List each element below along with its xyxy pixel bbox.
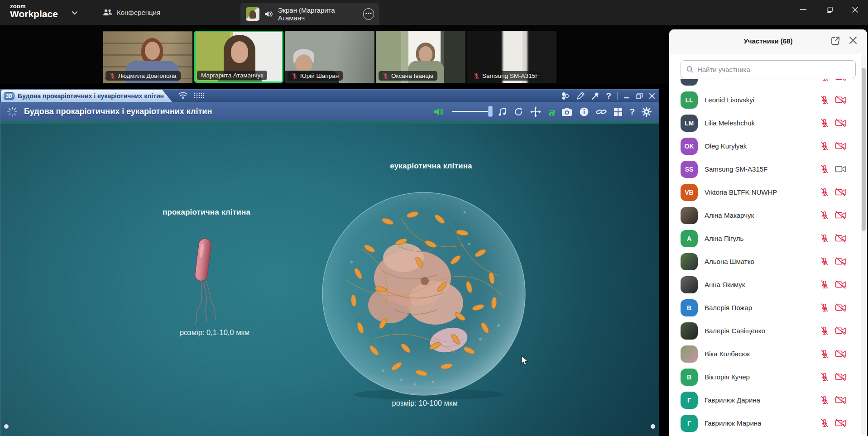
mic-muted-icon[interactable] [820, 118, 829, 128]
participant-name: Вікторія Кучер [705, 373, 750, 381]
brand-line2: Workplace [10, 9, 58, 19]
window-close-button[interactable] [843, 0, 867, 19]
video-off-icon[interactable] [835, 373, 846, 381]
video-off-icon[interactable] [835, 211, 846, 220]
mic-muted-icon[interactable] [820, 211, 829, 220]
prokaryotic-cell-illustration[interactable] [185, 237, 221, 327]
participant-row[interactable]: В Валерія Пожар [669, 296, 860, 319]
participant-row[interactable]: Аліна Макарчук [669, 204, 860, 227]
mic-muted-icon[interactable] [820, 395, 829, 405]
video-off-icon[interactable] [835, 326, 846, 335]
mic-muted-icon[interactable] [820, 303, 829, 312]
mic-muted-icon[interactable] [820, 79, 829, 81]
close-icon[interactable] [849, 36, 857, 44]
participant-row[interactable]: SS Samsung SM-A315F [669, 158, 860, 181]
name-pill: Samsung SM-A315F [470, 71, 543, 81]
window-maximize-button[interactable] [817, 0, 842, 19]
nav-dot-left[interactable] [4, 424, 9, 429]
mic-muted-icon[interactable] [820, 280, 829, 289]
help-icon[interactable]: ? [606, 91, 611, 101]
mic-muted-icon[interactable] [820, 95, 829, 105]
tab-conference[interactable]: Конференция [96, 0, 167, 25]
participant-row[interactable]: Г Гаврилюк Дарина [669, 388, 860, 412]
video-off-icon[interactable] [835, 79, 846, 81]
mic-muted-icon[interactable] [820, 326, 829, 335]
pin-icon[interactable] [591, 91, 600, 101]
video-off-icon[interactable] [835, 119, 846, 127]
video-off-icon[interactable] [835, 96, 846, 104]
music-icon[interactable] [498, 107, 507, 116]
video-tile-oksana[interactable]: Оксана Іванців [376, 31, 465, 83]
spinner-icon [7, 106, 18, 117]
video-off-icon[interactable] [835, 396, 846, 404]
video-off-icon[interactable] [835, 350, 846, 358]
rotate-icon[interactable] [513, 107, 523, 117]
video-off-icon[interactable] [835, 280, 846, 289]
participant-row[interactable]: OK Oleg Kurylyak [669, 134, 860, 158]
mic-muted-icon[interactable] [820, 187, 829, 197]
mic-muted-icon[interactable] [820, 164, 829, 174]
link-icon[interactable] [596, 107, 607, 117]
search-input[interactable] [697, 66, 850, 73]
tab-options-button[interactable]: ⋯ [363, 8, 374, 20]
video-tile-yurii[interactable]: Юрій Шапран [285, 31, 374, 83]
participant-search[interactable] [681, 60, 856, 78]
volume-slider[interactable] [452, 111, 491, 112]
participant-row[interactable]: LL Leonid Lisovskyi [669, 88, 860, 111]
window-minimize-button[interactable] [791, 0, 815, 19]
app-3d-content[interactable]: еукаріотична клітина прокаріотична кліти… [0, 124, 659, 436]
mic-muted-icon[interactable] [820, 349, 829, 359]
video-tile-margarita-active-speaker[interactable]: Маргарита Атаманчук [194, 31, 283, 83]
participant-row[interactable]: Анна Якимук [669, 273, 860, 296]
eukaryotic-cell-illustration[interactable] [320, 190, 528, 402]
video-off-icon[interactable] [835, 188, 846, 196]
move-icon[interactable] [530, 106, 541, 117]
video-off-icon[interactable] [835, 303, 846, 312]
video-off-icon[interactable] [835, 234, 846, 243]
app-close-icon[interactable] [649, 93, 655, 99]
participant-row[interactable]: VB Viktoria BLTFK NUWHP [669, 181, 860, 204]
video-off-icon[interactable] [835, 257, 846, 266]
presenter-avatar [246, 7, 259, 21]
annotate-icon[interactable]: a [548, 106, 555, 117]
grid-icon[interactable] [614, 107, 623, 116]
pencil-icon[interactable] [576, 91, 585, 101]
video-on-icon[interactable] [835, 165, 846, 173]
keypad-icon[interactable] [193, 92, 205, 98]
participant-row[interactable]: LM Lilia Meleshchuk [669, 111, 860, 134]
info-icon[interactable] [579, 107, 589, 117]
name-pill: Маргарита Атаманчук [197, 71, 267, 80]
participant-row[interactable]: Валерія Савіщенко [669, 319, 860, 342]
nav-dot-right[interactable] [651, 424, 655, 429]
volume-icon[interactable] [433, 107, 445, 117]
molecules-icon[interactable] [560, 91, 570, 101]
panel-scrollbar[interactable] [861, 54, 866, 435]
video-off-icon[interactable] [835, 419, 846, 427]
chevron-down-icon[interactable] [72, 11, 78, 15]
participant-row[interactable]: Г Гаврилюк Марина [669, 412, 860, 435]
participant-row[interactable]: Віка Колбасюк [669, 342, 860, 365]
wifi-icon[interactable] [178, 91, 188, 99]
camera-icon[interactable] [561, 107, 572, 116]
video-tile-ludmila[interactable]: Людмила Довгопола [103, 31, 192, 83]
mic-muted-icon[interactable] [820, 141, 829, 151]
participant-row[interactable]: Альона Шматко [669, 250, 860, 273]
mic-muted-icon[interactable] [820, 234, 829, 243]
app-window-titlebar: 3D Будова прокаріотичних і еукаріотичних… [0, 90, 659, 102]
video-tile-samsung[interactable]: Samsung SM-A315F [467, 31, 556, 83]
popout-icon[interactable] [831, 36, 840, 45]
tab-screen-share[interactable]: Экран (Маргарита Атаманч ⋯ [240, 3, 379, 25]
app-minimize-icon[interactable] [623, 93, 630, 99]
participant-row[interactable] [669, 79, 860, 88]
volume-slider-handle[interactable] [488, 106, 493, 117]
gear-icon[interactable] [642, 107, 652, 117]
app-help-icon[interactable]: ? [629, 107, 635, 117]
participant-row[interactable]: A Аліна Пігуль [669, 227, 860, 250]
mic-muted-icon[interactable] [820, 372, 829, 382]
participant-row[interactable]: В Вікторія Кучер [669, 365, 860, 388]
mic-muted-icon[interactable] [820, 418, 829, 428]
mic-muted-icon[interactable] [820, 257, 829, 266]
app-restore-icon[interactable] [636, 93, 643, 99]
video-off-icon[interactable] [835, 142, 846, 150]
panel-scrollbar-thumb[interactable] [862, 68, 866, 231]
